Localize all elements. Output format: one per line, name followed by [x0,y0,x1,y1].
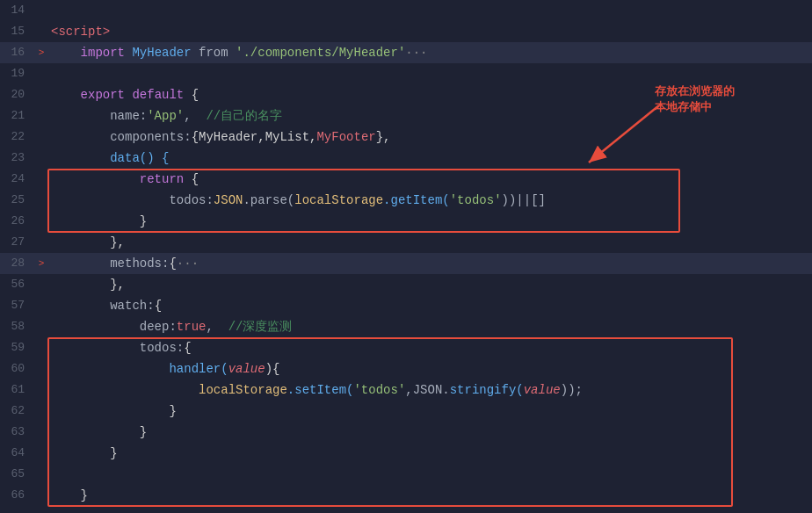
token: }, [376,130,391,144]
line-number: 64 [0,443,35,464]
line-number: 22 [0,126,35,148]
line-number: 19 [0,63,35,84]
line-number: 28 [0,253,35,274]
line-25: 25 todos:JSON.parse(localStorage.getItem… [0,190,812,211]
line-content: data() { [47,148,812,169]
token: //深度监测 [228,320,293,334]
line-content: } [47,443,812,464]
line-content: } [47,211,812,232]
token: from [199,46,236,60]
token: }, [51,235,125,249]
annotation-line2: 本地存储中 [655,99,735,115]
line-content: }, [47,232,812,253]
line-28: 28> methods:{··· [0,253,812,274]
line-content: } [47,401,812,422]
line-content: watch:{ [47,295,812,316]
token: } [51,214,147,228]
line-number: 14 [0,0,35,21]
token: JSON [214,193,243,207]
line-58: 58 deep:true, //深度监测 [0,316,812,337]
token: .parse( [243,193,294,207]
line-content: handler(value){ [47,358,812,379]
line-number: 62 [0,401,35,422]
line-56: 56 }, [0,274,812,295]
token: { [169,256,176,271]
line-content: localStorage.setItem('todos',JSON.string… [47,379,812,401]
token: name: [51,109,147,123]
token: <script> [51,25,110,39]
line-number: 59 [0,337,35,358]
token: data() { [51,151,169,165]
token: ··· [177,256,199,271]
line-content: import MyHeader from './components/MyHea… [47,42,812,63]
token: , [184,109,206,123]
token: ))||[] [502,193,546,207]
token: watch: [51,299,155,313]
token: todos: [51,193,214,207]
token: MyFooter [316,130,375,144]
line-content: todos:{ [47,337,812,358]
token: )); [561,383,583,397]
token: } [51,404,177,418]
line-number: 15 [0,21,35,42]
line-content: methods:{··· [47,253,812,274]
token: .getItem( [383,193,450,207]
token: deep: [51,320,177,334]
token: value [228,362,265,376]
line-19: 19 [0,63,812,84]
token: { [184,341,191,355]
token: todos: [51,341,184,355]
token: { [192,172,199,186]
line-number: 57 [0,295,35,316]
line-62: 62 } [0,401,812,422]
line-59: 59 todos:{ [0,337,812,358]
token: methods: [51,256,169,271]
line-57: 57 watch:{ [0,295,812,316]
token: stringify( [450,383,524,397]
line-15: 15<script> [0,21,812,42]
token: localStorage [51,383,287,397]
token: } [51,446,118,460]
token: './components/MyHeader' [236,46,405,60]
line-content: <script> [47,21,812,42]
line-content: }, [47,274,812,295]
token: true [177,320,207,334]
token: default [132,88,191,102]
line-number: 26 [0,211,35,232]
line-content: todos:JSON.parse(localStorage.getItem('t… [47,190,812,211]
line-number: 16 [0,42,35,63]
line-number: 65 [0,464,35,485]
line-number: 20 [0,84,35,105]
token: MyHeader [132,46,199,60]
line-number: 21 [0,105,35,126]
token: {MyHeader,MyList, [192,130,317,144]
token: return [51,172,192,186]
line-number: 23 [0,148,35,169]
line-content: } [47,485,812,506]
line-number: 61 [0,379,35,401]
line-content: deep:true, //深度监测 [47,316,812,337]
line-65: 65 [0,464,812,485]
annotation-text: 存放在浏览器的 本地存储中 [655,83,735,115]
line-16: 16> import MyHeader from './components/M… [0,42,812,63]
line-66: 66 } [0,485,812,506]
token: } [51,488,88,502]
line-arrow-indicator: > [35,47,47,58]
line-number: 56 [0,274,35,295]
line-23: 23 data() { [0,148,812,169]
line-arrow-indicator: > [35,258,47,269]
token: 'App' [147,109,184,123]
line-number: 27 [0,232,35,253]
line-content: return { [47,169,812,190]
line-60: 60 handler(value){ [0,358,812,379]
line-27: 27 }, [0,232,812,253]
token: value [524,383,561,397]
token: ){ [265,362,280,376]
line-number: 60 [0,358,35,379]
line-14: 14 [0,0,812,21]
line-26: 26 } [0,211,812,232]
token: } [51,425,147,439]
line-number: 24 [0,169,35,190]
token: { [192,88,199,102]
token: { [155,299,162,313]
